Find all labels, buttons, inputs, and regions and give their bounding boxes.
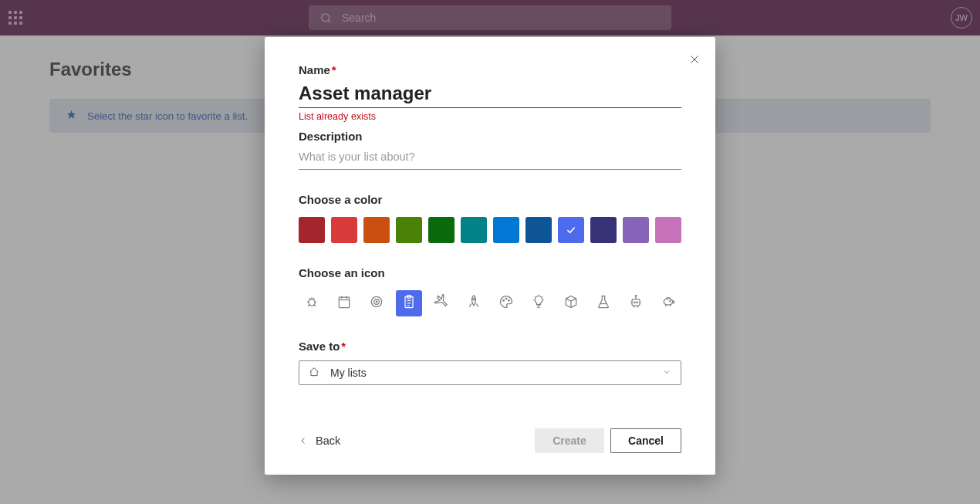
svg-line-36 [542, 296, 542, 297]
save-to-select[interactable]: My lists [299, 360, 681, 385]
color-swatch-blue[interactable] [493, 217, 519, 243]
color-swatch-red[interactable] [331, 217, 357, 243]
svg-line-7 [309, 298, 311, 300]
robot-icon [628, 294, 644, 313]
color-swatch-pink[interactable] [655, 217, 681, 243]
svg-point-29 [503, 300, 505, 302]
chevron-left-icon [299, 436, 308, 445]
color-swatch-purple[interactable] [623, 217, 649, 243]
create-list-dialog: Name* List already exists Description Ch… [265, 37, 715, 475]
save-to-label: Save to* [299, 340, 681, 353]
dialog-footer: Back Create Cancel [299, 428, 681, 453]
chevron-down-icon [662, 367, 671, 379]
color-swatch-teal[interactable] [461, 217, 487, 243]
color-swatch-dark-blue[interactable] [525, 217, 552, 243]
name-input[interactable] [299, 78, 681, 108]
icon-option-bug-icon[interactable] [299, 290, 325, 316]
lightbulb-icon [531, 294, 546, 313]
check-icon [565, 224, 577, 236]
icon-option-robot-icon[interactable] [623, 290, 649, 316]
rocket-icon [466, 294, 482, 313]
cancel-button[interactable]: Cancel [610, 428, 681, 453]
svg-point-43 [635, 296, 637, 297]
svg-line-8 [313, 298, 315, 300]
icon-option-target-icon[interactable] [363, 290, 390, 316]
color-swatch-navy[interactable] [590, 217, 617, 243]
svg-point-31 [509, 300, 510, 302]
svg-rect-13 [339, 297, 349, 307]
svg-point-30 [505, 298, 507, 299]
flask-icon [596, 294, 611, 313]
bug-icon [304, 294, 319, 313]
svg-line-12 [314, 304, 316, 306]
icon-option-flask-icon[interactable] [590, 290, 617, 316]
icon-option-palette-icon[interactable] [493, 290, 519, 316]
back-link[interactable]: Back [299, 435, 340, 447]
calendar-icon [336, 294, 352, 313]
palette-icon [498, 294, 514, 313]
description-input[interactable] [299, 146, 681, 170]
clipboard-icon [401, 294, 417, 313]
color-swatch-green[interactable] [396, 217, 422, 243]
svg-line-11 [308, 304, 310, 306]
icon-option-calendar-icon[interactable] [331, 290, 357, 316]
icon-option-airplane-icon[interactable] [428, 290, 455, 316]
icon-option-cube-icon[interactable] [558, 290, 584, 316]
icon-picker-row [299, 290, 681, 316]
icon-option-rocket-icon[interactable] [461, 290, 487, 316]
name-error: List already exists [299, 111, 681, 122]
color-section-label: Choose a color [299, 193, 681, 206]
color-swatch-dark-red[interactable] [299, 217, 325, 243]
airplane-icon [434, 294, 449, 313]
piggybank-icon [661, 294, 676, 313]
color-picker-row [299, 217, 681, 243]
target-icon [369, 294, 384, 313]
icon-option-lightbulb-icon[interactable] [525, 290, 552, 316]
svg-point-22 [376, 301, 377, 303]
home-icon [309, 367, 319, 380]
icon-section-label: Choose an icon [299, 266, 681, 279]
icon-option-clipboard-icon[interactable] [396, 290, 422, 316]
svg-point-28 [473, 298, 475, 300]
close-button[interactable] [689, 54, 700, 68]
close-icon [689, 54, 700, 65]
color-swatch-orange[interactable] [363, 217, 390, 243]
cube-icon [563, 294, 579, 313]
svg-line-35 [535, 296, 536, 297]
name-label: Name* [299, 63, 681, 76]
svg-point-41 [637, 302, 638, 303]
color-swatch-cornflower[interactable] [558, 217, 584, 243]
icon-option-piggybank-icon[interactable] [655, 290, 681, 316]
create-button[interactable]: Create [535, 428, 604, 453]
svg-point-40 [634, 302, 636, 303]
modal-overlay: Name* List already exists Description Ch… [0, 0, 980, 504]
color-swatch-dark-green[interactable] [428, 217, 455, 243]
description-label: Description [299, 130, 681, 143]
back-label: Back [316, 435, 340, 447]
svg-point-48 [670, 301, 671, 302]
save-to-value: My lists [330, 367, 367, 379]
svg-rect-39 [632, 299, 640, 306]
